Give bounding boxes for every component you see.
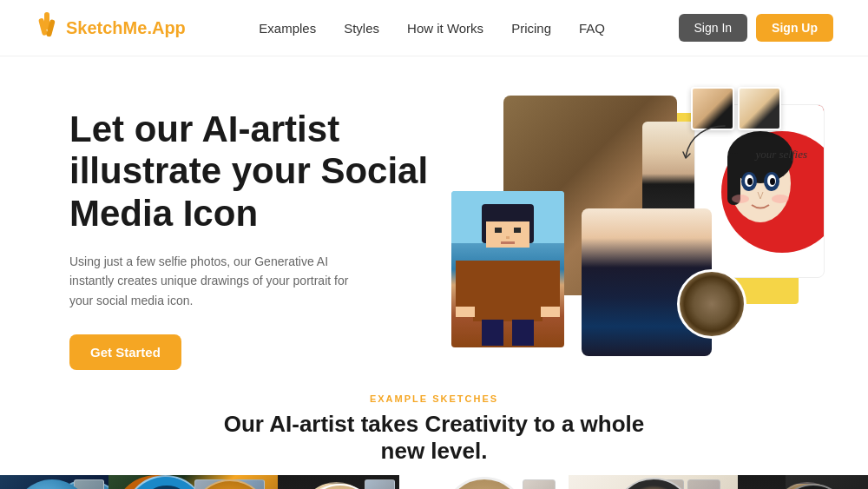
signin-button[interactable]: Sign In [679, 14, 748, 42]
gallery-selfie-ref-3 [365, 479, 395, 489]
svg-rect-12 [541, 261, 560, 308]
hero-portrait-circle [677, 269, 746, 339]
gallery-content-2 [108, 475, 278, 489]
svg-point-27 [770, 178, 775, 185]
svg-rect-13 [456, 307, 475, 317]
svg-rect-10 [473, 261, 542, 321]
gallery-content-7 [786, 475, 868, 489]
logo[interactable]: SketchMe.App [35, 12, 186, 43]
hero-section: Let our AI-artist illustrate your Social… [0, 56, 868, 378]
gallery-content-3 [278, 475, 399, 489]
hero-left: Let our AI-artist illustrate your Social… [69, 91, 434, 360]
logo-icon [35, 12, 59, 43]
hero-collage: your selfies [434, 96, 833, 356]
nav-how-it-works[interactable]: How it Works [407, 21, 483, 36]
selfie-label: your selfies [755, 148, 807, 162]
gallery-item-4 [399, 475, 569, 489]
svg-rect-7 [514, 228, 521, 233]
svg-point-26 [747, 178, 753, 185]
gallery-content-4 [399, 475, 569, 489]
nav-faq[interactable]: FAQ [579, 21, 605, 36]
get-started-button[interactable]: Get Started [69, 334, 181, 370]
gallery-item-7 [786, 475, 868, 489]
header-actions: Sign In Sign Up [679, 14, 833, 42]
gallery-selfie-ref-4 [523, 479, 556, 489]
gallery-item-3 [278, 475, 399, 489]
gallery-selfie-ref-1 [74, 479, 104, 489]
anime-girl-svg [301, 484, 373, 489]
gallery-content-1 [0, 475, 108, 489]
hero-subtitle: Using just a few selfie photos, our Gene… [69, 252, 365, 310]
pixel-art-svg [451, 191, 564, 347]
svg-point-45 [448, 482, 523, 489]
gallery-selfie-ref-5a [687, 479, 720, 489]
svg-rect-11 [456, 261, 475, 308]
examples-title: Our AI-artist takes Creativity to a whol… [0, 411, 868, 465]
gallery-item-1 [0, 475, 108, 489]
nav-examples[interactable]: Examples [259, 21, 316, 36]
gallery-item-5 [569, 475, 738, 489]
selfie-photo-2 [738, 87, 781, 130]
svg-point-29 [772, 195, 789, 203]
examples-label: EXAMPLE SKETCHES [0, 393, 868, 404]
gallery-item-2 [108, 475, 278, 489]
nav-styles[interactable]: Styles [344, 21, 379, 36]
gallery-item-6 [738, 475, 786, 489]
arrow-icon [681, 122, 733, 165]
hero-pixel-character [451, 191, 564, 347]
svg-rect-8 [506, 236, 510, 239]
gallery-anime-girl [299, 482, 373, 489]
svg-rect-9 [501, 241, 515, 244]
nav-pricing[interactable]: Pricing [511, 21, 551, 36]
svg-rect-6 [495, 228, 502, 233]
gallery-content-5 [569, 475, 738, 489]
logo-text: SketchMe.App [66, 18, 186, 38]
svg-rect-14 [541, 307, 560, 317]
examples-section: EXAMPLE SKETCHES Our AI-artist takes Cre… [0, 378, 868, 475]
gallery-content-6 [738, 475, 786, 489]
header: SketchMe.App Examples Styles How it Work… [0, 0, 868, 56]
svg-point-38 [301, 484, 373, 489]
hero-right: your selfies [434, 91, 833, 360]
chihuahua-svg [448, 482, 523, 489]
gallery-chihuahua [445, 479, 523, 489]
svg-point-28 [732, 195, 749, 203]
hero-title: Let our AI-artist illustrate your Social… [69, 109, 434, 235]
gallery-strip [0, 475, 868, 489]
signup-button[interactable]: Sign Up [756, 14, 833, 42]
main-nav: Examples Styles How it Works Pricing FAQ [259, 21, 605, 36]
gallery-selfie-ref-5b [651, 479, 684, 489]
svg-rect-16 [512, 320, 534, 346]
gallery-partial-portrait [786, 482, 842, 489]
svg-rect-15 [482, 320, 503, 346]
